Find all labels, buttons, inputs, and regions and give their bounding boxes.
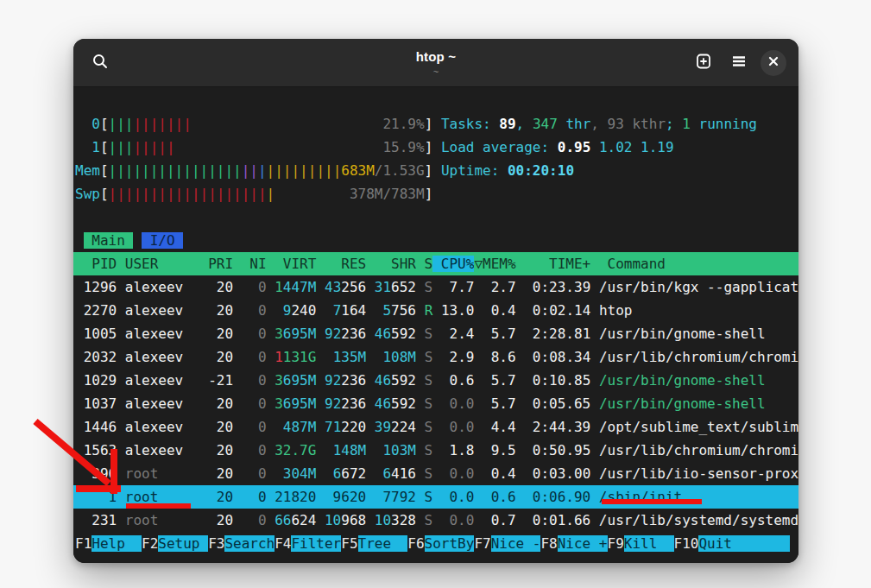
process-row-1005[interactable]: 1005 alexeev 20 0 3695M 92236 46592 S 2.…: [73, 322, 798, 345]
window-subtitle: ~: [73, 67, 798, 77]
window-title-area: htop ~ ~: [73, 48, 798, 77]
process-row-2032[interactable]: 2032 alexeev 20 0 1131G 135M 108M S 2.9 …: [73, 345, 798, 369]
hamburger-menu-icon: [730, 53, 748, 73]
fn-tree[interactable]: Tree: [358, 535, 408, 552]
fn-nice-minus[interactable]: Nice -: [491, 535, 541, 552]
fn-nice-plus[interactable]: Nice +: [558, 535, 608, 552]
desktop: { "window": { "title": "htop ~", "subtit…: [0, 0, 871, 588]
process-row-231[interactable]: 231 root 20 0 66624 10968 10328 S 0.0 0.…: [73, 509, 798, 532]
process-row-1446[interactable]: 1446 alexeev 20 0 487M 71220 39224 S 0.0…: [73, 415, 798, 439]
meter-mem: Mem[||||||||||||||||||||||||||||683M/1.5…: [73, 159, 798, 182]
fn-quit[interactable]: Quit: [698, 535, 790, 552]
fn-key-f1[interactable]: F1: [75, 535, 92, 552]
console-window: htop ~ ~: [73, 39, 798, 563]
function-key-bar[interactable]: F1Help F2Setup F3SearchF4FilterF5Tree F6…: [73, 532, 798, 555]
tab-bar[interactable]: Main I/O: [73, 229, 798, 252]
tab-io[interactable]: I/O: [142, 232, 183, 249]
fn-key-f3[interactable]: F3: [208, 535, 224, 552]
meter-cpu1: 1[|||||||| 15.9%] Load average: 0.95 1.0…: [73, 136, 798, 159]
menu-button[interactable]: [726, 50, 752, 76]
close-button[interactable]: [761, 50, 786, 76]
process-row-396[interactable]: 396 root 20 0 304M 6672 6416 S 0.0 0.4 0…: [73, 462, 798, 485]
meter-swap: Swp[|||||||||||||||||||| 378M/783M]: [73, 182, 798, 205]
search-button[interactable]: [87, 50, 113, 76]
process-row-1037[interactable]: 1037 alexeev 20 0 3695M 92236 46592 S 0.…: [73, 392, 798, 415]
fn-setup[interactable]: Setup: [158, 535, 208, 552]
fn-key-f6[interactable]: F6: [407, 535, 424, 552]
fn-kill[interactable]: Kill: [624, 535, 674, 552]
process-row-1563[interactable]: 1563 alexeev 20 0 32.7G 148M 103M S 1.8 …: [73, 439, 798, 462]
meter-cpu0: 0[|||||||||| 21.9%] Tasks: 89, 347 thr, …: [73, 112, 798, 136]
process-row-1296[interactable]: 1296 alexeev 20 0 1447M 43256 31652 S 7.…: [73, 275, 798, 299]
process-row-2270[interactable]: 2270 alexeev 20 0 9240 7164 5756 R 13.0 …: [73, 299, 798, 322]
process-row-1-selected[interactable]: 1 root 20 0 21820 9620 7792 S 0.0 0.6 0:…: [73, 485, 798, 509]
terminal-screen[interactable]: 0[|||||||||| 21.9%] Tasks: 89, 347 thr, …: [73, 87, 798, 563]
fn-key-f10[interactable]: F10: [674, 535, 699, 552]
fn-help[interactable]: Help: [92, 535, 142, 552]
titlebar[interactable]: htop ~ ~: [73, 39, 798, 87]
new-tab-button[interactable]: [691, 50, 717, 76]
fn-filter[interactable]: Filter: [291, 535, 341, 552]
table-header[interactable]: PID USER PRI NI VIRT RES SHR S CPU%▽MEM%…: [73, 252, 798, 275]
column-header-cpu[interactable]: CPU%: [432, 256, 474, 272]
new-tab-icon: [696, 53, 713, 73]
fn-search[interactable]: Search: [224, 535, 275, 552]
fn-key-f4[interactable]: F4: [275, 535, 291, 552]
process-row-1029[interactable]: 1029 alexeev -21 0 3695M 92236 46592 S 0…: [73, 369, 798, 392]
window-title: htop ~: [73, 50, 798, 63]
fn-sortby[interactable]: SortBy: [425, 535, 475, 552]
fn-key-f7[interactable]: F7: [474, 535, 490, 552]
close-icon: [767, 55, 779, 71]
blank-line: [73, 205, 798, 229]
fn-key-f2[interactable]: F2: [142, 535, 158, 552]
fn-key-f8[interactable]: F8: [540, 535, 557, 552]
fn-key-f5[interactable]: F5: [341, 535, 357, 552]
fn-key-f9[interactable]: F9: [608, 535, 624, 552]
search-icon: [92, 53, 109, 73]
tab-main[interactable]: Main: [84, 232, 134, 249]
